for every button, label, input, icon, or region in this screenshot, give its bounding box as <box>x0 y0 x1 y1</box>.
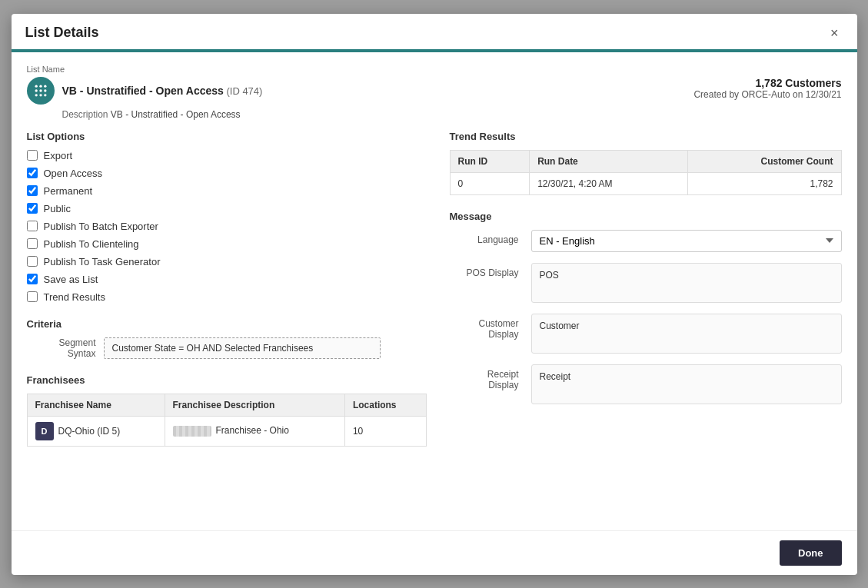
checkbox-permanent[interactable] <box>27 185 38 196</box>
checkbox-item: Publish To Task Generator <box>27 256 427 267</box>
franchisees-tbody: DDQ-Ohio (ID 5)Franchisee - Ohio10 <box>27 416 426 446</box>
svg-point-1 <box>39 85 42 87</box>
criteria-row: Segment Syntax Customer State = OH AND S… <box>27 337 427 359</box>
checkbox-item: Publish To Clienteling <box>27 238 427 250</box>
pos-display-textarea[interactable] <box>531 263 842 303</box>
created-info: Created by ORCE-Auto on 12/30/21 <box>693 89 841 100</box>
checkbox-export[interactable] <box>27 150 38 161</box>
svg-point-8 <box>44 94 46 96</box>
checkbox-publish-to-clienteling[interactable] <box>27 238 38 249</box>
franchisees-table: Franchisee NameFranchisee DescriptionLoc… <box>27 394 427 447</box>
checkbox-label: Save as List <box>44 274 98 285</box>
trend-th: Run ID <box>450 150 530 172</box>
list-options-title: List Options <box>27 131 427 142</box>
trend-th: Run Date <box>530 150 688 172</box>
customer-display-textarea[interactable] <box>531 314 842 354</box>
checkbox-trend-results[interactable] <box>27 291 38 302</box>
svg-point-3 <box>35 89 37 91</box>
list-name-label: List Name <box>27 65 842 74</box>
franchisee-locations-cell: 10 <box>344 416 426 446</box>
checkbox-item: Public <box>27 203 427 214</box>
svg-point-5 <box>44 89 46 91</box>
language-select[interactable]: EN - EnglishES - SpanishFR - French <box>531 230 842 252</box>
table-row: DDQ-Ohio (ID 5)Franchisee - Ohio10 <box>27 416 426 446</box>
criteria-title: Criteria <box>27 318 427 330</box>
checkbox-label: Publish To Batch Exporter <box>44 221 158 232</box>
modal-header: List Details × <box>12 14 857 52</box>
pos-display-label: POS Display <box>450 263 519 278</box>
checkbox-label: Publish To Task Generator <box>44 256 161 267</box>
franchisees-section: Franchisees Franchisee NameFranchisee De… <box>27 374 427 447</box>
trend-tbody: 012/30/21, 4:20 AM1,782 <box>450 172 841 194</box>
trend-cell-run_id: 0 <box>450 172 530 194</box>
checkbox-label: Permanent <box>44 185 93 197</box>
franchisees-header-row: Franchisee NameFranchisee DescriptionLoc… <box>27 394 426 416</box>
list-description-row: Description VB - Unstratified - Open Acc… <box>62 109 842 120</box>
checkbox-group: ExportOpen AccessPermanentPublicPublish … <box>27 150 427 303</box>
language-row: Language EN - EnglishES - SpanishFR - Fr… <box>450 230 842 252</box>
trend-thead: Run IDRun DateCustomer Count <box>450 150 841 172</box>
segment-syntax-value: Customer State = OH AND Selected Franchi… <box>104 337 381 359</box>
svg-point-0 <box>35 85 37 87</box>
checkbox-item: Export <box>27 150 427 161</box>
list-name-display: VB - Unstratified - Open Access (ID 474) <box>62 85 263 97</box>
list-name-left: VB - Unstratified - Open Access (ID 474) <box>27 77 263 105</box>
checkbox-item: Open Access <box>27 168 427 179</box>
customer-display-row: Customer Display <box>450 314 842 354</box>
checkbox-publish-to-task-generator[interactable] <box>27 256 38 267</box>
checkbox-label: Publish To Clienteling <box>44 238 139 250</box>
modal-footer: Done <box>12 530 857 575</box>
message-title: Message <box>450 211 842 222</box>
list-right-info: 1,782 Customers Created by ORCE-Auto on … <box>693 77 841 100</box>
trend-cell-customer_count: 1,782 <box>687 172 841 194</box>
table-row: 012/30/21, 4:20 AM1,782 <box>450 172 841 194</box>
checkbox-public[interactable] <box>27 203 38 214</box>
left-column: List Options ExportOpen AccessPermanentP… <box>27 131 427 447</box>
franchisees-thead: Franchisee NameFranchisee DescriptionLoc… <box>27 394 426 416</box>
trend-header-row: Run IDRun DateCustomer Count <box>450 150 841 172</box>
franchisees-th: Franchisee Name <box>27 394 165 416</box>
checkbox-save-as-list[interactable] <box>27 274 38 284</box>
list-icon <box>27 77 55 105</box>
franchisees-th: Franchisee Description <box>165 394 344 416</box>
receipt-display-textarea[interactable] <box>531 364 842 404</box>
franchisees-th: Locations <box>344 394 426 416</box>
customer-count: 1,782 Customers <box>693 77 841 89</box>
checkbox-label: Export <box>44 150 73 161</box>
customer-display-label: Customer Display <box>450 314 519 340</box>
checkbox-open-access[interactable] <box>27 168 38 178</box>
trend-results-title: Trend Results <box>450 131 842 142</box>
list-header-row: VB - Unstratified - Open Access (ID 474)… <box>27 77 842 105</box>
segment-syntax-label: Segment Syntax <box>27 337 96 359</box>
right-column: Trend Results Run IDRun DateCustomer Cou… <box>450 131 842 447</box>
franchisee-icon: D <box>35 422 54 440</box>
message-section: Message Language EN - EnglishES - Spanis… <box>450 211 842 404</box>
franchisee-name-cell: DDQ-Ohio (ID 5) <box>27 416 165 446</box>
list-id: (ID 474) <box>226 85 262 97</box>
two-column-layout: List Options ExportOpen AccessPermanentP… <box>27 131 842 447</box>
done-button[interactable]: Done <box>780 540 842 566</box>
close-button[interactable]: × <box>826 25 843 42</box>
modal-body: List Name VB - Unstratified - Open Acces… <box>12 52 857 530</box>
franchisees-title: Franchisees <box>27 374 427 386</box>
checkbox-publish-to-batch-exporter[interactable] <box>27 221 38 231</box>
checkbox-label: Open Access <box>44 168 103 179</box>
receipt-display-label: Receipt Display <box>450 364 519 390</box>
description-label: Description <box>62 109 111 120</box>
checkbox-label: Trend Results <box>44 291 105 303</box>
franchisee-description-cell: Franchisee - Ohio <box>165 416 344 446</box>
checkbox-item: Publish To Batch Exporter <box>27 221 427 232</box>
pos-display-row: POS Display <box>450 263 842 303</box>
criteria-section: Criteria Segment Syntax Customer State =… <box>27 318 427 359</box>
trend-results-table: Run IDRun DateCustomer Count 012/30/21, … <box>450 150 842 195</box>
checkbox-item: Save as List <box>27 274 427 285</box>
receipt-display-row: Receipt Display <box>450 364 842 404</box>
svg-point-6 <box>35 94 37 96</box>
franchisee-desc-image <box>173 426 211 437</box>
svg-point-4 <box>39 89 42 91</box>
checkbox-label: Public <box>44 203 71 214</box>
svg-point-2 <box>44 85 46 87</box>
trend-cell-run_date: 12/30/21, 4:20 AM <box>530 172 688 194</box>
checkbox-item: Trend Results <box>27 291 427 303</box>
checkbox-item: Permanent <box>27 185 427 197</box>
